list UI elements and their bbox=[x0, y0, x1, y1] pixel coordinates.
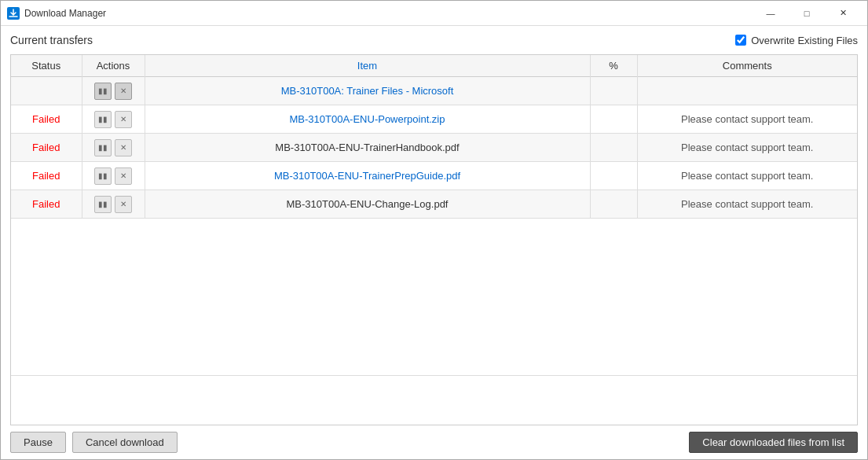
status-text: Failed bbox=[32, 198, 60, 210]
app-icon bbox=[7, 7, 20, 20]
status-text: Failed bbox=[32, 170, 60, 182]
maximize-button[interactable]: □ bbox=[789, 1, 825, 26]
comment-cell: Please contact support team. bbox=[637, 162, 857, 190]
close-button[interactable]: ✕ bbox=[825, 1, 861, 26]
downloads-table: Status Actions Item % Comments bbox=[11, 55, 857, 376]
comment-text: Please contact support team. bbox=[681, 113, 813, 125]
minimize-button[interactable]: — bbox=[753, 1, 789, 26]
comment-text: Please contact support team. bbox=[681, 198, 813, 210]
cancel-action-button[interactable]: ✕ bbox=[115, 139, 132, 156]
footer-left-buttons: Pause Cancel download bbox=[10, 432, 178, 453]
item-cell: MB-310T00A: Trainer Files - Microsoft bbox=[145, 77, 590, 105]
downloads-table-wrapper: Status Actions Item % Comments bbox=[10, 54, 858, 425]
status-cell: Failed bbox=[11, 190, 82, 219]
cancel-action-button[interactable]: ✕ bbox=[115, 83, 132, 100]
status-cell: Failed bbox=[11, 105, 82, 134]
pause-action-button[interactable]: ▮▮ bbox=[94, 111, 112, 128]
section-title: Current transfers bbox=[10, 34, 93, 46]
col-header-comments: Comments bbox=[637, 55, 857, 77]
actions-cell: ▮▮ ✕ bbox=[82, 105, 145, 134]
percent-cell bbox=[590, 190, 637, 219]
comment-cell bbox=[637, 77, 857, 105]
comment-cell: Please contact support team. bbox=[637, 190, 857, 219]
status-cell: Failed bbox=[11, 162, 82, 190]
comment-text: Please contact support team. bbox=[681, 142, 813, 153]
item-cell: MB-310T00A-ENU-TrainerHandbook.pdf bbox=[145, 134, 590, 162]
status-cell: Failed bbox=[11, 134, 82, 162]
percent-cell bbox=[590, 162, 637, 190]
actions-cell: ▮▮ ✕ bbox=[82, 77, 145, 105]
window-title: Download Manager bbox=[24, 8, 753, 19]
col-header-actions: Actions bbox=[82, 55, 145, 77]
actions-cell: ▮▮ ✕ bbox=[82, 190, 145, 219]
empty-row bbox=[11, 219, 857, 376]
item-cell: MB-310T00A-ENU-TrainerPrepGuide.pdf bbox=[145, 162, 590, 190]
cancel-action-button[interactable]: ✕ bbox=[115, 167, 132, 185]
table-row: ▮▮ ✕ MB-310T00A: Trainer Files - Microso… bbox=[11, 77, 857, 105]
table-row: Failed ▮▮ ✕ MB-310T00A-ENU-Powerpoint.zi… bbox=[11, 105, 857, 134]
col-header-item: Item bbox=[145, 55, 590, 77]
table-header-row: Status Actions Item % Comments bbox=[11, 55, 857, 77]
comment-cell: Please contact support team. bbox=[637, 105, 857, 134]
pause-action-button[interactable]: ▮▮ bbox=[94, 167, 112, 185]
item-cell: MB-310T00A-ENU-Powerpoint.zip bbox=[145, 105, 590, 134]
cancel-action-button[interactable]: ✕ bbox=[115, 111, 132, 128]
status-text: Failed bbox=[32, 113, 60, 125]
header-row: Current transfers Overwrite Existing Fil… bbox=[10, 34, 858, 46]
item-name: MB-310T00A: Trainer Files - Microsoft bbox=[281, 85, 454, 97]
table-row: Failed ▮▮ ✕ MB-310T00A-ENU-TrainerHandbo… bbox=[11, 134, 857, 162]
percent-cell bbox=[590, 134, 637, 162]
status-cell bbox=[11, 77, 82, 105]
col-header-status: Status bbox=[11, 55, 82, 77]
table-row: Failed ▮▮ ✕ MB-310T00A-ENU-TrainerPrepGu… bbox=[11, 162, 857, 190]
status-text: Failed bbox=[32, 142, 60, 153]
comment-cell: Please contact support team. bbox=[637, 134, 857, 162]
pause-action-button[interactable]: ▮▮ bbox=[94, 139, 112, 156]
table-row: Failed ▮▮ ✕ MB-310T00A-ENU-Change-Log.pd… bbox=[11, 190, 857, 219]
cancel-download-button[interactable]: Cancel download bbox=[72, 432, 178, 453]
percent-cell bbox=[590, 77, 637, 105]
actions-cell: ▮▮ ✕ bbox=[82, 162, 145, 190]
overwrite-existing-label[interactable]: Overwrite Existing Files bbox=[735, 35, 858, 46]
item-name: MB-310T00A-ENU-TrainerPrepGuide.pdf bbox=[274, 170, 460, 182]
footer: Pause Cancel download Clear downloaded f… bbox=[10, 432, 858, 453]
pause-button[interactable]: Pause bbox=[10, 432, 66, 453]
window-controls: — □ ✕ bbox=[753, 1, 861, 26]
status-text bbox=[45, 85, 48, 97]
item-name: MB-310T00A-ENU-TrainerHandbook.pdf bbox=[275, 142, 459, 153]
actions-cell: ▮▮ ✕ bbox=[82, 134, 145, 162]
comment-text: Please contact support team. bbox=[681, 170, 813, 182]
item-name: MB-310T00A-ENU-Change-Log.pdf bbox=[287, 198, 449, 210]
percent-cell bbox=[590, 105, 637, 134]
download-manager-window: Download Manager — □ ✕ Current transfers… bbox=[0, 0, 868, 460]
col-header-percent: % bbox=[590, 55, 637, 77]
content-area: Current transfers Overwrite Existing Fil… bbox=[1, 26, 867, 459]
cancel-action-button[interactable]: ✕ bbox=[115, 196, 132, 213]
overwrite-checkbox[interactable] bbox=[735, 35, 746, 46]
clear-downloaded-button[interactable]: Clear downloaded files from list bbox=[689, 432, 858, 453]
title-bar: Download Manager — □ ✕ bbox=[1, 1, 867, 26]
pause-action-button[interactable]: ▮▮ bbox=[94, 196, 112, 213]
item-name: MB-310T00A-ENU-Powerpoint.zip bbox=[290, 113, 445, 125]
pause-action-button[interactable]: ▮▮ bbox=[94, 83, 112, 100]
overwrite-text: Overwrite Existing Files bbox=[751, 35, 858, 46]
item-cell: MB-310T00A-ENU-Change-Log.pdf bbox=[145, 190, 590, 219]
